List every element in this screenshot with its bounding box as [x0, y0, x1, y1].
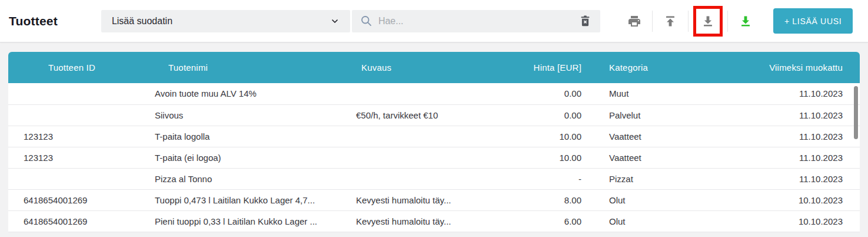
cell-price: 0.00: [524, 83, 590, 104]
table-row[interactable]: 6418654001269 Pieni tuoppi 0,33 l Laitil…: [8, 210, 860, 232]
cell-product-name: Avoin tuote muu ALV 14%: [135, 83, 341, 104]
cell-product-name: Siivous: [135, 104, 341, 126]
cell-category: Pizzat: [590, 168, 683, 189]
col-header-product-name[interactable]: Tuotenimi: [135, 52, 341, 83]
upload-button[interactable]: [657, 8, 683, 34]
filter-dropdown-value: Lisää suodatin: [112, 16, 172, 27]
cell-product-id: [8, 104, 135, 126]
cell-product-name: T-paita logolla: [135, 126, 341, 147]
cell-modified: 11.10.2023: [683, 147, 860, 168]
cell-price: 8.00: [524, 189, 590, 210]
page-area: Tuotteen ID Tuotenimi Kuvaus Hinta [EUR]…: [0, 42, 868, 232]
printer-icon: [627, 14, 641, 28]
scrollbar-thumb[interactable]: [854, 86, 858, 139]
cell-price: -: [524, 168, 590, 189]
col-header-price[interactable]: Hinta [EUR]: [524, 52, 590, 83]
cell-modified: 10.10.2023: [683, 189, 860, 210]
cell-description: [341, 126, 524, 147]
search-icon: [360, 15, 373, 27]
cell-product-name: T-paita (ei logoa): [135, 147, 341, 168]
cell-category: Vaatteet: [590, 126, 683, 147]
cell-category: Olut: [590, 189, 683, 210]
cell-category: Olut: [590, 210, 683, 232]
print-button[interactable]: [621, 8, 647, 34]
cell-product-id: [8, 168, 135, 189]
cell-product-name: Pizza al Tonno: [135, 168, 341, 189]
export-download-button[interactable]: [733, 8, 759, 34]
search-input[interactable]: [378, 16, 577, 27]
cell-price: 10.00: [524, 147, 590, 168]
chevron-down-icon: [330, 17, 340, 26]
trash-x-icon: [579, 15, 591, 27]
cell-description: [341, 147, 524, 168]
add-new-button[interactable]: + LISÄÄ UUSI: [773, 8, 853, 34]
cell-product-id: [8, 83, 135, 104]
table-row[interactable]: 6418654001269 Tuoppi 0,473 l Laitilan Ku…: [8, 189, 860, 210]
toolbar-actions: + LISÄÄ UUSI: [621, 6, 853, 37]
table-row[interactable]: 123123 T-paita logolla 10.00 Vaatteet 11…: [8, 126, 860, 147]
clear-search-button[interactable]: [577, 12, 594, 30]
col-header-modified[interactable]: Viimeksi muokattu: [683, 52, 860, 83]
divider: [652, 11, 653, 32]
cell-description: Kevyesti humaloitu täy...: [341, 210, 524, 232]
cell-description: [341, 168, 524, 189]
col-header-product-id[interactable]: Tuotteen ID: [8, 52, 135, 83]
cell-modified: 11.10.2023: [683, 126, 860, 147]
cell-category: Palvelut: [590, 104, 683, 126]
cell-modified: 10.10.2023: [683, 210, 860, 232]
cell-product-id: 123123: [8, 147, 135, 168]
cell-product-id: 123123: [8, 126, 135, 147]
cell-modified: 11.10.2023: [683, 168, 860, 189]
download-button[interactable]: [696, 9, 720, 33]
cell-category: Vaatteet: [590, 147, 683, 168]
toolbar: Tuotteet Lisää suodatin: [0, 0, 868, 42]
search-box[interactable]: [352, 10, 600, 32]
cell-modified: 11.10.2023: [683, 104, 860, 126]
table-header: Tuotteen ID Tuotenimi Kuvaus Hinta [EUR]…: [8, 52, 860, 83]
cell-product-name: Pieni tuoppi 0,33 l Laitilan Kukko Lager…: [135, 210, 341, 232]
table-row[interactable]: Avoin tuote muu ALV 14% 0.00 Muut 11.10.…: [8, 83, 860, 104]
cell-product-name: Tuoppi 0,473 l Laitilan Kukko Lager 4,7.…: [135, 189, 341, 210]
cell-product-id: 6418654001269: [8, 210, 135, 232]
cell-price: 0.00: [524, 104, 590, 126]
cell-description: €50/h, tarvikkeet €10: [341, 104, 524, 126]
cell-description: Kevyesti humaloitu täy...: [341, 189, 524, 210]
products-table: Tuotteen ID Tuotenimi Kuvaus Hinta [EUR]…: [8, 52, 860, 232]
table-row[interactable]: Siivous €50/h, tarvikkeet €10 0.00 Palve…: [8, 104, 860, 126]
cell-price: 10.00: [524, 126, 590, 147]
col-header-category[interactable]: Kategoria: [590, 52, 683, 83]
cell-description: [341, 83, 524, 104]
download-icon-green: [739, 14, 753, 28]
page-title: Tuotteet: [9, 14, 58, 28]
cell-product-id: 6418654001269: [8, 189, 135, 210]
table-row[interactable]: Pizza al Tonno - Pizzat 11.10.2023: [8, 168, 860, 189]
divider: [727, 11, 728, 32]
col-header-description[interactable]: Kuvaus: [341, 52, 524, 83]
cell-modified: 11.10.2023: [683, 83, 860, 104]
divider: [688, 11, 689, 32]
upload-icon: [663, 14, 677, 28]
download-icon: [701, 14, 715, 28]
filter-dropdown[interactable]: Lisää suodatin: [101, 10, 350, 32]
cell-price: 6.00: [524, 210, 590, 232]
table-row[interactable]: 123123 T-paita (ei logoa) 10.00 Vaatteet…: [8, 147, 860, 168]
annotation-highlight-box: [693, 6, 723, 37]
cell-category: Muut: [590, 83, 683, 104]
